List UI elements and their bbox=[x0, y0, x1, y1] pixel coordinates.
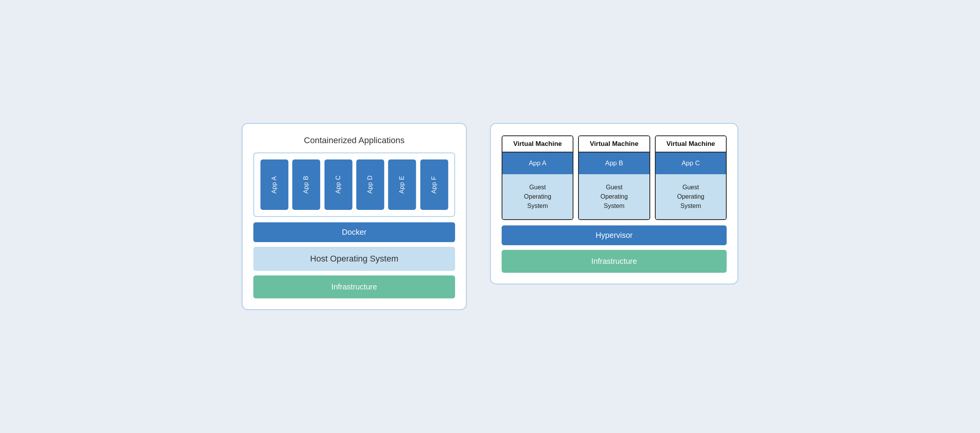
vm-guest-os-1: Guest Operating System bbox=[579, 174, 649, 219]
apps-row: App AApp BApp CApp DApp EApp F bbox=[260, 159, 448, 210]
left-infra-bar: Infrastructure bbox=[253, 275, 455, 298]
app-block: App C bbox=[324, 159, 352, 210]
vm-title-0: Virtual Machine bbox=[502, 136, 573, 152]
vm-app-2: App C bbox=[656, 152, 726, 174]
diagrams-container: Containerized Applications App AApp BApp… bbox=[242, 123, 738, 310]
vm-title-1: Virtual Machine bbox=[579, 136, 649, 152]
left-diagram-title: Containerized Applications bbox=[253, 135, 455, 145]
app-block: App E bbox=[388, 159, 416, 210]
app-block: App D bbox=[356, 159, 384, 210]
vm-box-1: Virtual MachineApp BGuest Operating Syst… bbox=[578, 135, 650, 220]
app-block: App F bbox=[420, 159, 448, 210]
host-os-bar: Host Operating System bbox=[253, 247, 455, 271]
vms-row: Virtual MachineApp AGuest Operating Syst… bbox=[502, 135, 727, 220]
right-infra-bar: Infrastructure bbox=[502, 250, 727, 273]
vm-guest-os-2: Guest Operating System bbox=[656, 174, 726, 219]
hypervisor-bar: Hypervisor bbox=[502, 225, 727, 245]
container-inner-box: App AApp BApp CApp DApp EApp F bbox=[253, 152, 455, 217]
vm-app-0: App A bbox=[502, 152, 573, 174]
vm-box-0: Virtual MachineApp AGuest Operating Syst… bbox=[502, 135, 573, 220]
left-diagram: Containerized Applications App AApp BApp… bbox=[242, 123, 467, 310]
app-block: App B bbox=[292, 159, 320, 210]
vm-app-1: App B bbox=[579, 152, 649, 174]
vm-title-2: Virtual Machine bbox=[656, 136, 726, 152]
right-diagram: Virtual MachineApp AGuest Operating Syst… bbox=[490, 123, 738, 284]
vm-box-2: Virtual MachineApp CGuest Operating Syst… bbox=[655, 135, 727, 220]
app-block: App A bbox=[260, 159, 288, 210]
docker-bar: Docker bbox=[253, 222, 455, 242]
vm-guest-os-0: Guest Operating System bbox=[502, 174, 573, 219]
